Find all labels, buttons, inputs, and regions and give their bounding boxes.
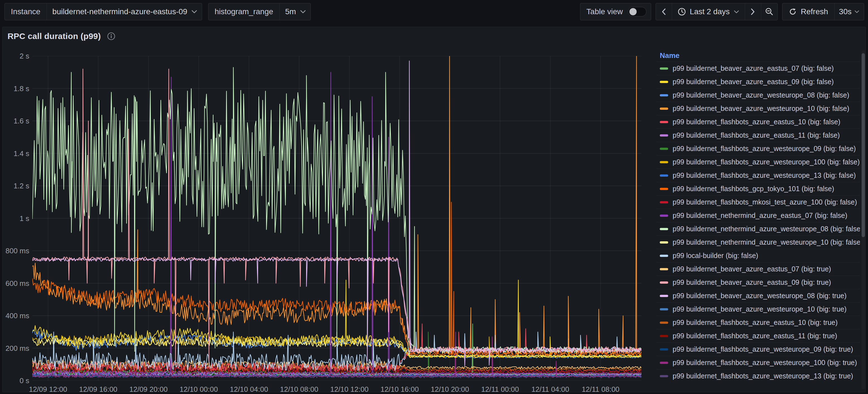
time-shift-back-button[interactable]: [656, 3, 672, 20]
y-tick-label: 2 s: [2, 52, 29, 61]
series-color-swatch: [660, 188, 668, 190]
legend-item[interactable]: p99 buildernet_beaver_azure_eastus_07 (b…: [656, 262, 860, 275]
legend-item-label[interactable]: p99 buildernet_nethermind_azure_eastus_0…: [673, 211, 847, 220]
series-color-swatch: [660, 308, 668, 310]
legend-item[interactable]: p99 buildernet_beaver_azure_eastus_07 (b…: [656, 62, 860, 75]
legend-item-label[interactable]: p99 buildernet_beaver_azure_eastus_07 (b…: [673, 265, 831, 273]
legend-item-label[interactable]: p99 buildernet_nethermind_azure_westeuro…: [673, 238, 860, 246]
legend-header-name[interactable]: Name: [656, 49, 860, 62]
grafana-dashboard: Instance buildernet-nethermind-azure-eas…: [0, 0, 868, 394]
refresh-group: Refresh 30s: [782, 3, 864, 20]
y-tick-label: 600 ms: [2, 279, 29, 288]
legend-item[interactable]: p99 buildernet_flashbots_azure_westeurop…: [656, 169, 860, 182]
legend-item[interactable]: p99 buildernet_flashbots_azure_westeurop…: [656, 342, 860, 356]
zoom-out-button[interactable]: [761, 3, 777, 20]
refresh-button[interactable]: Refresh: [782, 3, 835, 20]
legend-item-label[interactable]: p99 buildernet_flashbots_azure_westeurop…: [673, 144, 856, 153]
legend-item-label[interactable]: p99 buildernet_flashbots_azure_westeurop…: [673, 171, 856, 179]
legend-item-label[interactable]: p99 buildernet_flashbots_azure_westeurop…: [673, 158, 860, 166]
legend-item[interactable]: p99 buildernet_flashbots_mkosi_test_azur…: [656, 195, 860, 209]
series-color-swatch: [660, 241, 668, 243]
histogram-range-label: histogram_range: [209, 3, 280, 20]
legend-item-label[interactable]: p99 buildernet_flashbots_azure_westeurop…: [673, 345, 853, 353]
legend-item-label[interactable]: p99 buildernet_flashbots_gcp_tokyo_101 (…: [673, 185, 834, 193]
refresh-interval-picker[interactable]: 30s: [835, 3, 864, 20]
legend-item-label[interactable]: p99 buildernet_beaver_azure_westeurope_1…: [673, 305, 846, 313]
legend-item-label[interactable]: p99 buildernet_beaver_azure_westeurope_1…: [673, 104, 849, 112]
legend: Name p99 buildernet_beaver_azure_eastus_…: [656, 49, 860, 389]
legend-item[interactable]: p99 buildernet_beaver_azure_westeurope_1…: [656, 102, 860, 115]
series-color-swatch: [660, 322, 668, 324]
legend-item[interactable]: p99 buildernet_flashbots_azure_eastus_10…: [656, 316, 860, 329]
time-shift-forward-button[interactable]: [745, 3, 761, 20]
legend-item-label[interactable]: p99 buildernet_beaver_azure_eastus_09 (b…: [673, 278, 831, 287]
y-tick-label: 200 ms: [2, 344, 29, 353]
legend-scrollbar[interactable]: [862, 51, 865, 389]
clock-icon: [678, 7, 686, 16]
legend-item[interactable]: p99 buildernet_flashbots_azure_westeurop…: [656, 142, 860, 155]
legend-item[interactable]: p99 buildernet_beaver_azure_eastus_09 (b…: [656, 75, 860, 88]
legend-item[interactable]: p99 buildernet_beaver_azure_westeurope_0…: [656, 88, 860, 102]
legend-item-label[interactable]: p99 buildernet_flashbots_azure_eastus_10…: [673, 118, 840, 126]
series-color-swatch: [660, 295, 668, 297]
histogram-range-value[interactable]: 5m: [280, 7, 300, 16]
legend-item-label[interactable]: p99 buildernet_nethermind_azure_westeuro…: [673, 225, 860, 233]
legend-item-label[interactable]: p99 buildernet_flashbots_azure_eastus_10…: [673, 319, 838, 327]
series-color-swatch: [660, 335, 668, 337]
legend-item[interactable]: p99 buildernet_flashbots_azure_eastus_11…: [656, 128, 860, 142]
legend-item-label[interactable]: p99 buildernet_beaver_azure_westeurope_0…: [673, 91, 849, 99]
refresh-icon: [788, 7, 797, 16]
legend-item[interactable]: p99 buildernet_flashbots_azure_westeurop…: [656, 356, 860, 369]
legend-item[interactable]: p99 buildernet_nethermind_azure_eastus_0…: [656, 209, 860, 222]
legend-item[interactable]: p99 buildernet_flashbots_azure_eastus_11…: [656, 329, 860, 342]
y-tick-label: 1.6 s: [2, 117, 29, 125]
legend-item[interactable]: p99 buildernet_flashbots_azure_westeurop…: [656, 155, 860, 169]
x-tick-label: 12/09 16:00: [79, 385, 117, 394]
legend-item-label[interactable]: p99 buildernet_beaver_azure_eastus_09 (b…: [673, 78, 834, 86]
time-range-picker[interactable]: Last 2 days: [672, 3, 745, 20]
instance-variable-label: Instance: [5, 3, 47, 20]
legend-scrollbar-thumb[interactable]: [862, 53, 865, 237]
time-navigation-group: Last 2 days: [656, 3, 778, 20]
y-tick-label: 1.2 s: [2, 182, 29, 190]
x-tick-label: 12/10 16:00: [380, 385, 419, 394]
instance-variable[interactable]: Instance buildernet-nethermind-azure-eas…: [4, 3, 202, 20]
legend-item-label[interactable]: p99 local-builder (big: false): [673, 252, 758, 260]
series-color-swatch: [660, 174, 668, 177]
x-tick-label: 12/11 08:00: [582, 385, 619, 394]
histogram-range-variable[interactable]: histogram_range 5m: [208, 3, 311, 20]
legend-item[interactable]: p99 buildernet_nethermind_azure_westeuro…: [656, 222, 860, 235]
x-tick-label: 12/09 12:00: [29, 385, 67, 394]
legend-item[interactable]: p99 local-builder (big: false): [656, 249, 860, 262]
toggle-knob: [629, 8, 637, 15]
legend-item[interactable]: p99 buildernet_nethermind_azure_westeuro…: [656, 235, 860, 249]
legend-item[interactable]: p99 buildernet_beaver_azure_westeurope_1…: [656, 302, 860, 316]
legend-item-label[interactable]: p99 buildernet_beaver_azure_eastus_07 (b…: [673, 64, 834, 72]
legend-item-label[interactable]: p99 buildernet_flashbots_azure_westeurop…: [673, 372, 853, 380]
legend-item-label[interactable]: p99 buildernet_flashbots_azure_westeurop…: [673, 359, 857, 367]
time-series-plot[interactable]: [32, 56, 641, 381]
chevron-down-icon: [191, 10, 197, 14]
legend-item[interactable]: p99 buildernet_beaver_azure_eastus_09 (b…: [656, 275, 860, 289]
legend-item-label[interactable]: p99 buildernet_flashbots_mkosi_test_azur…: [673, 198, 857, 206]
dashboard-toolbar: Instance buildernet-nethermind-azure-eas…: [0, 0, 868, 24]
legend-item[interactable]: p99 buildernet_flashbots_azure_eastus_10…: [656, 115, 860, 128]
time-series-plot-area: 2 s1.8 s1.6 s1.4 s1.2 s1 s800 ms600 ms40…: [2, 27, 655, 392]
series-color-swatch: [660, 268, 668, 270]
rpc-call-duration-panel: RPC call duration (p99) 2 s1.8 s1.6 s1.4…: [2, 27, 866, 392]
legend-item-label[interactable]: p99 buildernet_flashbots_azure_eastus_11…: [673, 332, 837, 340]
table-view-toggle[interactable]: [628, 7, 646, 17]
legend-item[interactable]: p99 buildernet_flashbots_azure_westeurop…: [656, 369, 860, 383]
instance-variable-value[interactable]: buildernet-nethermind-azure-eastus-09: [47, 7, 191, 16]
series-color-swatch: [660, 362, 668, 364]
refresh-interval-value: 30s: [839, 7, 851, 16]
legend-item-label[interactable]: p99 buildernet_flashbots_azure_eastus_11…: [673, 131, 840, 139]
legend-item-label[interactable]: p99 buildernet_beaver_azure_westeurope_0…: [673, 292, 846, 300]
legend-item[interactable]: p99 buildernet_flashbots_gcp_tokyo_101 (…: [656, 182, 860, 195]
series-color-swatch: [660, 255, 668, 257]
legend-item[interactable]: p99 buildernet_beaver_azure_westeurope_0…: [656, 289, 860, 302]
x-tick-label: 12/10 12:00: [330, 385, 369, 394]
y-tick-label: 1.8 s: [2, 85, 29, 93]
chevron-left-icon: [661, 8, 666, 15]
table-view-control: Table view: [580, 3, 651, 20]
